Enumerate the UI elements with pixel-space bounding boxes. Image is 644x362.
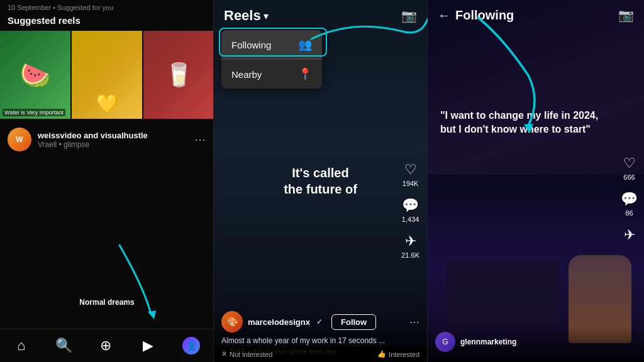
like-count: 194K xyxy=(402,180,419,187)
comment-count: 1,434 xyxy=(402,216,419,223)
camera-icon[interactable]: 📷 xyxy=(401,8,417,23)
p3-creator-avatar[interactable]: G xyxy=(435,332,455,352)
comment-icon: 💬 xyxy=(402,197,419,214)
reels-title-row: Reels ▾ xyxy=(224,8,269,24)
not-interested-button[interactable]: ✕ Not interested xyxy=(221,350,272,358)
camera-icon-p3[interactable]: 📷 xyxy=(618,8,634,23)
reel-item-3[interactable]: 🥛 xyxy=(143,31,214,119)
following-title: Following xyxy=(455,8,514,23)
post-info: weissvideo and visualhustle Vraell • gli… xyxy=(38,131,188,149)
p3-like-action[interactable]: ♡ 666 xyxy=(623,155,636,181)
feed-panel: 10 September • Suggested for you Suggest… xyxy=(0,0,214,362)
p3-right-actions: ♡ 666 💬 86 ✈ xyxy=(621,155,638,243)
comment-action[interactable]: 💬 1,434 xyxy=(402,197,419,223)
p3-comment-action[interactable]: 💬 86 xyxy=(621,191,638,217)
reel-watermelon-visual: 🍉 xyxy=(0,31,70,119)
following-icon: 👥 xyxy=(298,38,312,52)
x-icon: ✕ xyxy=(221,350,227,358)
share-count: 21.6K xyxy=(401,251,419,259)
following-panel: ← Following 📷 "I want to change my life … xyxy=(428,0,644,362)
post-avatar: W xyxy=(8,128,31,151)
video-text-overlay: It's called the future of xyxy=(284,165,357,197)
following-label: Following xyxy=(231,40,271,50)
p3-comment-icon: 💬 xyxy=(621,191,638,207)
chevron-down-icon[interactable]: ▾ xyxy=(264,10,269,22)
nav-profile-icon[interactable]: 👤 xyxy=(182,337,200,354)
like-action[interactable]: ♡ 194K xyxy=(402,162,419,187)
nav-reels-icon[interactable]: ▶ xyxy=(140,337,157,354)
nearby-icon: 📍 xyxy=(298,67,312,81)
reel-item-2[interactable]: 💛 xyxy=(72,31,142,119)
dropdown-nearby[interactable]: Nearby 📍 xyxy=(221,60,322,89)
follow-button[interactable]: Follow xyxy=(331,314,376,330)
p3-send-icon: ✈ xyxy=(624,227,635,243)
interested-label: Interested xyxy=(389,351,419,358)
back-arrow-icon[interactable]: ← xyxy=(438,8,450,23)
interested-button[interactable]: 👍 Interested xyxy=(377,350,419,358)
nav-add-icon[interactable]: ⊕ xyxy=(97,337,114,354)
reel-food-visual: 🥛 xyxy=(143,31,214,119)
post-more-icon[interactable]: ⋯ xyxy=(194,133,206,146)
creator-name: marcelodesignx xyxy=(248,317,310,327)
verified-badge: ✓ xyxy=(316,317,323,326)
p3-quote-text: "I want to change my life in 2024, but I… xyxy=(440,110,598,134)
nav-home-icon[interactable]: ⌂ xyxy=(13,337,30,354)
bottom-actions-bar: ✕ Not interested 👍 Interested xyxy=(214,346,427,362)
reel-label-1: Water is Very Important xyxy=(3,109,65,116)
nearby-label: Nearby xyxy=(231,69,262,80)
not-interested-label: Not interested xyxy=(230,351,272,358)
more-options-icon[interactable]: ⋯ xyxy=(409,316,419,328)
section-title: Suggested reels xyxy=(0,13,213,31)
p3-share-action[interactable]: ✈ xyxy=(624,227,635,243)
annotation-label: Normal dreams xyxy=(79,298,134,307)
panel3-following: ← Following 📷 "I want to change my life … xyxy=(428,0,644,362)
p3-creator-row: G glennmarketing xyxy=(428,327,644,362)
creator-avatar[interactable]: 🎨 xyxy=(221,311,243,332)
reel-gold-visual: 💛 xyxy=(72,31,142,119)
reels-panel: Reels ▾ 📷 Following 👥 Nearby 📍 It's call… xyxy=(214,0,428,362)
p3-like-count: 666 xyxy=(623,173,635,181)
video-caption: Almost a whole year of my work in 17 sec… xyxy=(221,336,419,345)
nav-search-icon[interactable]: 🔍 xyxy=(55,337,72,354)
panel1-feed: 10 September • Suggested for you Suggest… xyxy=(0,0,214,362)
post-username: weissvideo and visualhustle xyxy=(38,131,188,140)
p3-comment-count: 86 xyxy=(625,209,633,217)
reels-dropdown: Following 👥 Nearby 📍 xyxy=(221,30,322,89)
p3-video-text: "I want to change my life in 2024, but I… xyxy=(440,109,606,137)
post-item[interactable]: W weissvideo and visualhustle Vraell • g… xyxy=(0,121,213,158)
video-right-actions: ♡ 194K 💬 1,434 ✈ 21.6K xyxy=(401,162,419,259)
creator-row: 🎨 marcelodesignx ✓ Follow ⋯ xyxy=(221,311,419,332)
dropdown-following[interactable]: Following 👥 xyxy=(221,30,322,59)
reels-grid: 🍉 Water is Very Important 💛 🥛 xyxy=(0,31,213,119)
share-action[interactable]: ✈ 21.6K xyxy=(401,233,419,259)
video-main-text: It's called the future of xyxy=(284,165,357,197)
p3-heart-icon: ♡ xyxy=(623,155,636,172)
reels-header: Reels ▾ 📷 xyxy=(214,0,427,29)
reel-item-1[interactable]: 🍉 Water is Very Important xyxy=(0,31,70,119)
bottom-nav: ⌂ 🔍 ⊕ ▶ 👤 xyxy=(0,329,213,362)
panel2-reels: Reels ▾ 📷 Following 👥 Nearby 📍 It's call… xyxy=(214,0,428,362)
heart-icon: ♡ xyxy=(404,162,417,178)
date-header: 10 September • Suggested for you xyxy=(0,0,213,13)
reels-title: Reels xyxy=(224,8,261,24)
scene-background xyxy=(428,50,644,362)
send-icon: ✈ xyxy=(405,233,416,250)
post-sub: Vraell • glimpse xyxy=(38,140,188,149)
following-header: ← Following 📷 xyxy=(428,0,644,28)
thumbs-up-icon: 👍 xyxy=(377,350,386,358)
p3-creator-name: glennmarketing xyxy=(460,337,516,346)
